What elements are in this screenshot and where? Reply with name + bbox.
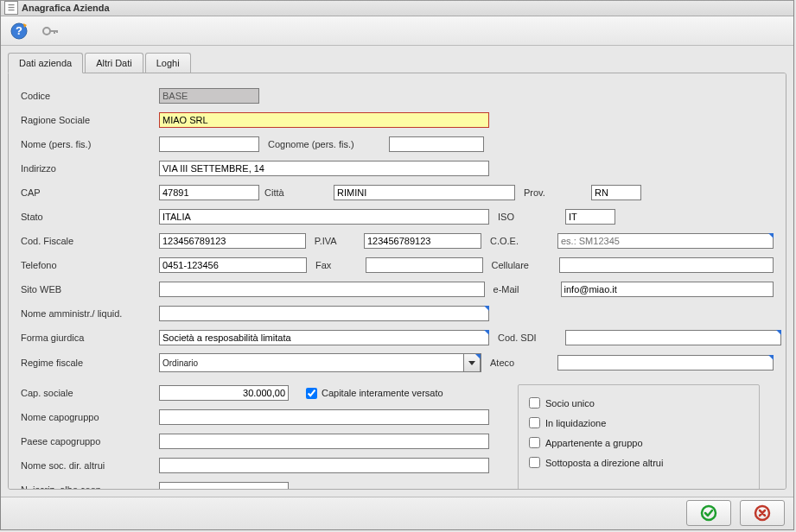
nome-amm-input[interactable]	[159, 306, 489, 321]
window: ☰ Anagrafica Azienda ? Dati azienda Altr…	[0, 0, 794, 530]
key-icon	[41, 22, 60, 41]
in-liquidazione-checkbox[interactable]	[529, 417, 540, 428]
svg-point-3	[43, 28, 50, 35]
sito-web-input[interactable]	[159, 282, 485, 297]
label-fax: Fax	[307, 260, 366, 270]
socio-unico-checkbox[interactable]	[529, 397, 540, 408]
svg-rect-4	[49, 30, 57, 32]
label-ragione: Ragione Sociale	[21, 115, 159, 125]
citta-input[interactable]	[334, 185, 515, 200]
tab-loghi[interactable]: Loghi	[145, 53, 191, 73]
label-indirizzo: Indirizzo	[21, 163, 159, 174]
label-cod-fiscale: Cod. Fiscale	[21, 236, 159, 246]
cognome-pers-input[interactable]	[389, 136, 484, 152]
label-cap-versato: Capitale interamente versato	[322, 388, 443, 398]
cod-sdi-input[interactable]	[565, 330, 781, 345]
cancel-icon	[754, 504, 771, 522]
piva-input[interactable]	[364, 233, 481, 249]
cap-sociale-input[interactable]	[159, 385, 289, 401]
email-input[interactable]	[561, 282, 774, 297]
window-title: Anagrafica Azienda	[22, 3, 110, 13]
cap-input[interactable]	[159, 185, 259, 200]
svg-marker-7	[468, 361, 475, 365]
ok-icon	[700, 504, 717, 522]
tab-label: Dati azienda	[19, 58, 72, 68]
label-nome-soc: Nome soc. dir. altrui	[21, 460, 159, 471]
label-socio-unico: Socio unico	[545, 398, 595, 408]
nome-pers-input[interactable]	[159, 136, 259, 152]
ateco-input[interactable]	[557, 355, 774, 370]
cellulare-input[interactable]	[559, 257, 774, 273]
svg-rect-6	[56, 30, 58, 33]
prov-input[interactable]	[591, 185, 641, 200]
indirizzo-input[interactable]	[159, 161, 489, 176]
label-piva: P.IVA	[306, 236, 364, 246]
fax-input[interactable]	[366, 257, 483, 273]
label-prov: Prov.	[515, 187, 591, 198]
paese-capo-input[interactable]	[159, 434, 489, 449]
nome-capo-input[interactable]	[159, 409, 489, 425]
regime-value: Ordinario	[162, 358, 198, 368]
svg-text:?: ?	[16, 24, 22, 37]
help-button[interactable]: ?	[6, 18, 32, 44]
stato-input[interactable]	[159, 209, 489, 225]
label-regime: Regime fiscale	[21, 358, 159, 368]
tabs: Dati azienda Altri Dati Loghi	[8, 53, 786, 73]
cap-versato-checkbox[interactable]	[306, 388, 317, 399]
tab-altri-dati[interactable]: Altri Dati	[85, 53, 143, 73]
label-cellulare: Cellulare	[483, 260, 559, 270]
flags-panel: Socio unico In liquidazione Appartenente…	[518, 384, 760, 489]
footer	[1, 497, 793, 529]
label-iso: ISO	[489, 212, 565, 222]
label-nome-pers: Nome (pers. fis.)	[21, 139, 159, 149]
label-email: e-Mail	[485, 284, 561, 294]
tab-dati-azienda[interactable]: Dati azienda	[8, 53, 83, 73]
label-in-liquidazione: In liquidazione	[545, 418, 606, 428]
appartenente-checkbox[interactable]	[529, 437, 540, 448]
regime-select[interactable]: Ordinario	[159, 353, 481, 372]
cod-fiscale-input[interactable]	[159, 233, 306, 249]
sottoposta-checkbox[interactable]	[529, 457, 540, 468]
n-iscriz-input[interactable]	[159, 482, 289, 489]
label-n-iscriz: N. iscriz. albo coop	[21, 484, 159, 489]
label-cognome-pers: Cognome (pers. fis.)	[259, 139, 389, 149]
ragione-sociale-input[interactable]	[159, 112, 489, 128]
label-coe: C.O.E.	[481, 236, 557, 246]
label-stato: Stato	[21, 212, 159, 222]
label-forma: Forma giurdica	[21, 332, 159, 343]
label-nome-amm: Nome amministr./ liquid.	[21, 308, 159, 319]
label-cap-sociale: Cap. sociale	[21, 388, 159, 398]
cancel-button[interactable]	[740, 500, 785, 526]
telefono-input[interactable]	[159, 257, 307, 273]
label-appartenente: Appartenente a gruppo	[545, 438, 643, 448]
chevron-down-icon	[463, 353, 481, 372]
svg-rect-5	[54, 30, 55, 34]
codice-field: BASE	[159, 88, 259, 104]
label-paese-capo: Paese capogruppo	[21, 436, 159, 446]
coe-input[interactable]	[557, 233, 774, 249]
content: Dati azienda Altri Dati Loghi Codice BAS…	[1, 46, 793, 496]
tab-label: Loghi	[156, 58, 180, 68]
label-codice: Codice	[21, 91, 159, 101]
ok-button[interactable]	[686, 500, 731, 526]
forma-input[interactable]	[159, 330, 489, 345]
titlebar: ☰ Anagrafica Azienda	[1, 1, 793, 16]
label-cap: CAP	[21, 187, 159, 198]
tab-label: Altri Dati	[96, 58, 132, 68]
label-nome-capo: Nome capogruppo	[21, 412, 159, 422]
nome-soc-input[interactable]	[159, 458, 489, 473]
key-button[interactable]	[37, 18, 63, 44]
tab-body: Codice BASE Ragione Sociale Nome (pers. …	[8, 73, 786, 489]
toolbar: ?	[1, 16, 793, 47]
label-sottoposta: Sottoposta a direzione altrui	[545, 458, 663, 468]
iso-input[interactable]	[565, 209, 615, 225]
label-citta: Città	[259, 187, 334, 198]
label-telefono: Telefono	[21, 260, 159, 270]
label-ateco: Ateco	[481, 358, 557, 368]
label-cod-sdi: Cod. SDI	[489, 332, 565, 343]
help-icon: ?	[10, 22, 29, 41]
label-sito-web: Sito WEB	[21, 284, 159, 294]
app-icon: ☰	[4, 1, 18, 15]
